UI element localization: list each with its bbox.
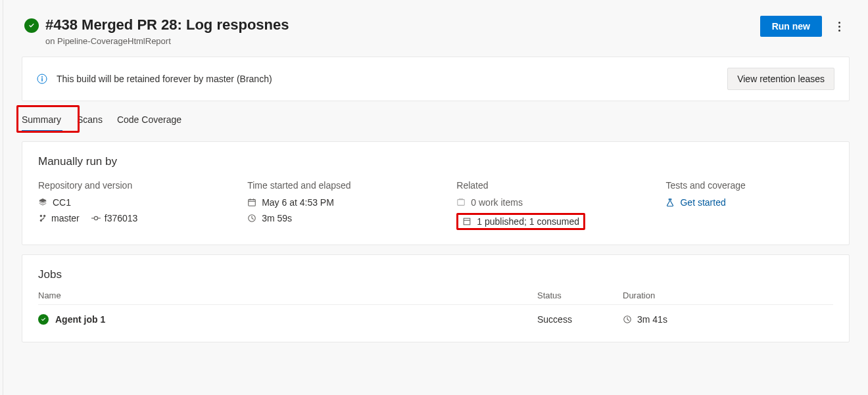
get-started-link[interactable]: Get started	[680, 197, 725, 208]
calendar-icon	[247, 198, 256, 207]
tab-bar: Summary Scans Code Coverage	[22, 110, 850, 132]
tests-label: Tests and coverage	[665, 180, 833, 191]
svg-rect-11	[458, 199, 465, 205]
jobs-title: Jobs	[38, 268, 833, 281]
commit-hash[interactable]: f376013	[105, 213, 138, 223]
tab-code-coverage[interactable]: Code Coverage	[117, 110, 181, 132]
tab-scans[interactable]: Scans	[77, 110, 103, 132]
svg-rect-6	[249, 199, 256, 206]
view-retention-leases-button[interactable]: View retention leases	[727, 68, 834, 90]
status-success-icon	[24, 18, 39, 33]
col-duration-header: Duration	[623, 290, 833, 300]
commit-icon	[91, 214, 101, 223]
retention-banner: This build will be retained forever by m…	[22, 57, 850, 101]
branch-icon	[38, 214, 47, 223]
flask-icon	[665, 198, 675, 207]
artifact-icon	[462, 217, 471, 226]
job-duration: 3m 41s	[637, 314, 667, 325]
col-name-header: Name	[38, 290, 537, 300]
page-title: #438 Merged PR 28: Log resposnes	[45, 16, 289, 35]
more-actions-button[interactable]	[831, 22, 847, 32]
highlight-box-artifacts: 1 published; 1 consumed	[456, 213, 585, 230]
repo-icon	[38, 198, 47, 207]
job-name: Agent job 1	[55, 314, 105, 325]
tab-summary[interactable]: Summary	[22, 110, 62, 129]
time-elapsed: 3m 59s	[262, 213, 292, 223]
retention-message: This build will be retained forever by m…	[57, 74, 272, 84]
clock-icon	[247, 214, 256, 223]
job-status-success-icon	[38, 314, 49, 325]
time-block: Time started and elapsed May 6 at 4:53 P…	[247, 180, 456, 230]
clock-icon	[623, 315, 632, 324]
info-icon	[37, 74, 47, 84]
summary-section-title: Manually run by	[38, 155, 833, 168]
artifacts-link[interactable]: 1 published; 1 consumed	[477, 216, 579, 227]
branch-name[interactable]: master	[51, 213, 80, 223]
work-item-icon	[456, 198, 466, 207]
repo-version-label: Repository and version	[38, 180, 247, 191]
svg-rect-2	[41, 78, 42, 81]
pipeline-subtitle: on Pipeline-CoverageHtmlReport	[45, 36, 289, 46]
tests-block: Tests and coverage Get started	[665, 180, 833, 230]
jobs-card: Jobs Name Status Duration Agent job 1 Su…	[22, 254, 850, 342]
tab-underline	[22, 130, 62, 132]
run-new-button[interactable]: Run new	[760, 16, 822, 37]
work-items-count[interactable]: 0 work items	[471, 197, 523, 208]
page-header: #438 Merged PR 28: Log resposnes on Pipe…	[11, 16, 860, 46]
repo-version-block: Repository and version CC1 master	[38, 180, 247, 230]
related-block: Related 0 work items 1 published; 1 cons…	[456, 180, 665, 230]
svg-rect-12	[464, 218, 471, 225]
time-started: May 6 at 4:53 PM	[262, 197, 334, 208]
jobs-table-header: Name Status Duration	[38, 290, 833, 305]
svg-point-3	[94, 216, 97, 220]
job-row[interactable]: Agent job 1 Success 3m 41s	[38, 305, 833, 327]
svg-point-1	[41, 76, 43, 78]
summary-card: Manually run by Repository and version C…	[22, 141, 850, 245]
job-status-text: Success	[537, 314, 623, 325]
col-status-header: Status	[537, 290, 623, 300]
related-label: Related	[456, 180, 665, 191]
time-label: Time started and elapsed	[247, 180, 456, 191]
repo-name[interactable]: CC1	[53, 197, 71, 208]
